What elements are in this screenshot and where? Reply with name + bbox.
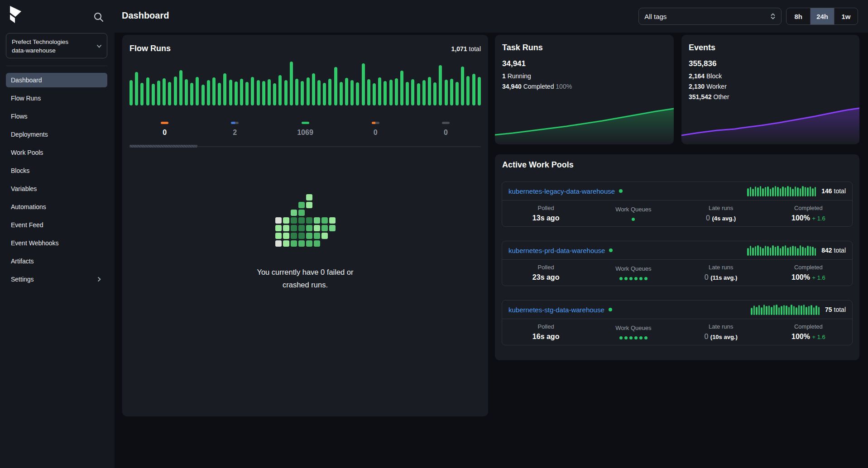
work-pool-mini-bar-chart bbox=[751, 304, 820, 315]
legend-item-running[interactable]: 2 bbox=[200, 117, 270, 137]
main-content: Flow Runs 1,071 total 0 2 1069 0 bbox=[115, 33, 868, 468]
flow-runs-bar-chart bbox=[129, 58, 481, 105]
events-total: 355,836 bbox=[689, 59, 852, 68]
late-runs-stat: Late runs 0 (10s avg.) bbox=[677, 323, 765, 341]
completed-stat: Completed 100% + 1.6 bbox=[765, 205, 852, 222]
workspace-switcher[interactable]: Prefect Technologies data-warehouse bbox=[6, 33, 107, 58]
work-pool-row: kubernetes-legacy-data-warehouse 146 tot… bbox=[502, 181, 853, 227]
events-sparkline bbox=[681, 99, 859, 144]
polled-stat: Polled 13s ago bbox=[502, 205, 590, 222]
late-runs-stat: Late runs 0 (11s avg.) bbox=[677, 264, 765, 282]
events-title: Events bbox=[689, 43, 852, 53]
work-queues-stat: Work Queues bbox=[590, 265, 677, 280]
sidebar: Prefect Technologies data-warehouse Dash… bbox=[0, 0, 115, 468]
work-pool-mini-bar-chart bbox=[747, 186, 816, 196]
scrubber-handle[interactable] bbox=[129, 145, 197, 148]
task-runs-completed: 34,940 Completed 100% bbox=[502, 83, 667, 90]
topbar: Dashboard All tags 8h 24h 1w bbox=[0, 0, 868, 33]
work-queue-dots bbox=[590, 275, 677, 280]
flow-runs-card: Flow Runs 1,071 total 0 2 1069 0 bbox=[122, 35, 488, 416]
work-queue-dots bbox=[590, 215, 677, 221]
range-button-24h[interactable]: 24h bbox=[810, 8, 834, 24]
sidebar-item-flow-runs[interactable]: Flow Runs bbox=[6, 91, 107, 105]
range-button-8h[interactable]: 8h bbox=[786, 8, 810, 24]
time-range-group: 8h 24h 1w bbox=[786, 8, 858, 25]
sidebar-nav: Dashboard Flow Runs Flows Deployments Wo… bbox=[6, 73, 107, 290]
work-pool-total: 146 total bbox=[821, 187, 846, 195]
healthy-dot-icon bbox=[619, 189, 623, 193]
work-pool-total: 75 total bbox=[825, 306, 846, 313]
chevron-right-icon bbox=[96, 276, 102, 282]
active-work-pools-card: Active Work Pools kubernetes-legacy-data… bbox=[495, 154, 859, 360]
work-pool-link[interactable]: kubernetes-stg-data-warehouse bbox=[508, 306, 604, 314]
work-pool-link[interactable]: kubernetes-prd-data-warehouse bbox=[508, 247, 605, 254]
events-worker-row: 2,130 Worker bbox=[689, 83, 852, 90]
healthy-dot-icon bbox=[609, 308, 612, 311]
polled-stat: Polled 23s ago bbox=[502, 264, 590, 282]
flow-runs-empty-state: You currently have 0 failed or crashed r… bbox=[122, 194, 488, 291]
work-queues-stat: Work Queues bbox=[590, 325, 677, 339]
flow-runs-total: 1,071 total bbox=[451, 45, 481, 53]
legend-dash bbox=[442, 122, 450, 124]
legend-item-late[interactable]: 0 bbox=[129, 117, 200, 137]
workspace-org: Prefect Technologies bbox=[12, 38, 93, 46]
sidebar-item-flows[interactable]: Flows bbox=[6, 109, 107, 124]
tags-filter-select[interactable]: All tags bbox=[638, 8, 782, 25]
range-button-1w[interactable]: 1w bbox=[834, 8, 858, 24]
timeline-scrubber bbox=[129, 145, 481, 148]
prefect-logo-icon[interactable] bbox=[10, 5, 22, 24]
topbar-controls: All tags 8h 24h 1w bbox=[638, 8, 858, 25]
completed-stat: Completed 100% + 1.6 bbox=[765, 323, 852, 341]
work-queue-dots bbox=[590, 334, 677, 339]
select-updown-icon bbox=[770, 13, 776, 20]
flow-runs-title: Flow Runs bbox=[129, 44, 171, 53]
sidebar-item-event-webhooks[interactable]: Event Webhooks bbox=[6, 236, 107, 250]
events-block-row: 2,164 Block bbox=[689, 72, 852, 80]
workspace-name: data-warehouse bbox=[12, 46, 93, 55]
sidebar-item-blocks[interactable]: Blocks bbox=[6, 163, 107, 178]
flow-runs-legend: 0 2 1069 0 0 bbox=[129, 117, 481, 137]
task-runs-card: Task Runs 34,941 1 Running 34,940 Comple… bbox=[495, 35, 674, 144]
events-other-row: 351,542 Other bbox=[689, 93, 852, 100]
sidebar-divider bbox=[6, 66, 107, 66]
legend-item-crashed[interactable]: 0 bbox=[411, 117, 481, 137]
events-card: Events 355,836 2,164 Block 2,130 Worker … bbox=[681, 35, 859, 144]
work-pool-row: kubernetes-prd-data-warehouse 842 total … bbox=[502, 241, 853, 286]
sidebar-item-work-pools[interactable]: Work Pools bbox=[6, 145, 107, 160]
sidebar-item-settings[interactable]: Settings bbox=[6, 272, 107, 287]
healthy-dot-icon bbox=[609, 248, 613, 252]
task-runs-total: 34,941 bbox=[502, 59, 667, 68]
chevron-down-icon bbox=[96, 43, 102, 49]
thumbs-up-graphic bbox=[275, 194, 336, 247]
late-runs-stat: Late runs 0 (4s avg.) bbox=[677, 205, 765, 222]
sidebar-item-variables[interactable]: Variables bbox=[6, 181, 107, 196]
polled-stat: Polled 16s ago bbox=[502, 323, 590, 341]
sidebar-item-deployments[interactable]: Deployments bbox=[6, 127, 107, 142]
legend-item-failed[interactable]: 0 bbox=[340, 117, 411, 137]
task-runs-sparkline bbox=[495, 99, 674, 144]
task-runs-running: 1 Running bbox=[502, 72, 667, 80]
task-runs-title: Task Runs bbox=[502, 43, 667, 53]
work-pool-row: kubernetes-stg-data-warehouse 75 total P… bbox=[502, 300, 853, 345]
legend-dash bbox=[231, 122, 239, 124]
legend-dash bbox=[302, 122, 309, 124]
work-queues-stat: Work Queues bbox=[590, 206, 677, 221]
sidebar-item-artifacts[interactable]: Artifacts bbox=[6, 254, 107, 268]
tags-filter-value: All tags bbox=[644, 13, 667, 20]
sidebar-item-event-feed[interactable]: Event Feed bbox=[6, 218, 107, 232]
empty-state-text: You currently have 0 failed or crashed r… bbox=[257, 266, 353, 291]
search-icon[interactable] bbox=[93, 11, 105, 23]
legend-dash bbox=[161, 122, 168, 124]
active-work-pools-title: Active Work Pools bbox=[502, 160, 852, 170]
legend-dash bbox=[372, 122, 379, 124]
page-title: Dashboard bbox=[122, 10, 169, 21]
legend-item-completed[interactable]: 1069 bbox=[270, 117, 340, 137]
sidebar-item-automations[interactable]: Automations bbox=[6, 200, 107, 214]
sidebar-item-dashboard[interactable]: Dashboard bbox=[6, 73, 107, 87]
completed-stat: Completed 100% + 1.6 bbox=[765, 264, 852, 282]
work-pool-link[interactable]: kubernetes-legacy-data-warehouse bbox=[508, 187, 615, 195]
work-pool-total: 842 total bbox=[821, 247, 846, 254]
work-pool-mini-bar-chart bbox=[747, 245, 816, 256]
